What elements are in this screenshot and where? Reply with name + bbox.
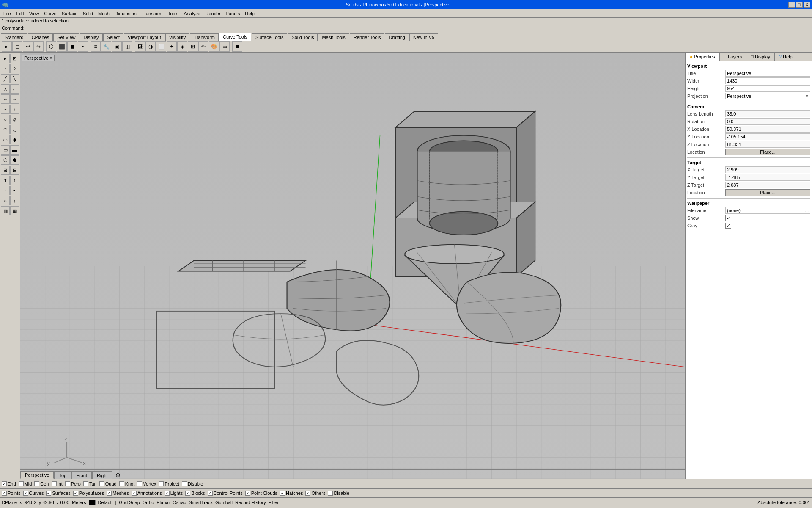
lt-dim-sub[interactable]: ↕ [10, 196, 19, 205]
tb-icon-4[interactable]: ↪ [33, 41, 44, 52]
tb-icon-17[interactable]: ◈ [177, 41, 187, 52]
tab-new-in-v5[interactable]: New in V5 [409, 33, 438, 41]
status-record-history[interactable]: Record History [235, 500, 266, 505]
tb-icon-3[interactable]: ↩ [23, 41, 33, 52]
tab-curve-tools[interactable]: Curve Tools [219, 33, 251, 41]
menu-edit[interactable]: Edit [14, 10, 27, 17]
snap-points[interactable]: Points [2, 491, 21, 496]
status-smarttrack[interactable]: SmartTrack [189, 500, 213, 505]
osnap-knot-check[interactable] [119, 481, 124, 486]
lt-rectangle[interactable]: ▭ [1, 145, 10, 155]
osnap-project[interactable]: Project [159, 481, 179, 486]
tb-icon-13[interactable]: 🖼 [135, 41, 145, 52]
tab-surface-tools[interactable]: Surface Tools [252, 33, 287, 41]
lt-surface[interactable]: ⊞ [1, 166, 10, 175]
menu-render[interactable]: Render [203, 10, 223, 17]
menu-tools[interactable]: Tools [165, 10, 181, 17]
menu-file[interactable]: File [1, 10, 14, 17]
osnap-mid[interactable]: Mid [19, 481, 32, 486]
snap-surfaces-check[interactable] [46, 491, 51, 496]
tab-standard[interactable]: Standard [1, 33, 27, 41]
snap-others[interactable]: Others [305, 491, 325, 496]
status-filter[interactable]: Filter [269, 500, 279, 505]
osnap-int[interactable]: Int [52, 481, 63, 486]
command-input[interactable] [25, 25, 152, 31]
prop-show-checkbox[interactable]: ✓ [725, 215, 731, 221]
osnap-mid-check[interactable] [19, 481, 24, 486]
tb-icon-20[interactable]: 🎨 [209, 41, 219, 52]
tab-display[interactable]: Display [80, 33, 102, 41]
snap-blocks[interactable]: Blocks [185, 491, 205, 496]
panel-tab-properties[interactable]: ● Properties [686, 53, 720, 61]
osnap-project-check[interactable] [159, 481, 164, 486]
osnap-knot[interactable]: Knot [119, 481, 135, 486]
prop-value-xtgt[interactable]: 2.909 [725, 166, 810, 173]
close-button[interactable]: ✕ [804, 2, 810, 8]
osnap-perp-check[interactable] [65, 481, 70, 486]
snap-ann-check[interactable] [132, 491, 137, 496]
prop-btn-place-tgt[interactable]: Place... [725, 189, 810, 196]
lt-freeform-sub[interactable]: ≀ [10, 105, 19, 114]
osnap-end-check[interactable] [2, 481, 7, 486]
menu-view[interactable]: View [27, 10, 42, 17]
menu-curve[interactable]: Curve [41, 10, 59, 17]
lt-multipoint[interactable]: ⁘ [10, 64, 19, 73]
status-planar[interactable]: Planar [156, 500, 170, 505]
prop-value-yloc[interactable]: -105.154 [725, 133, 810, 140]
prop-value-lens[interactable]: 35.0 [725, 110, 810, 117]
lt-polyline[interactable]: ∧ [1, 84, 10, 94]
lt-curve[interactable]: ⌢ [1, 94, 10, 104]
lt-dim[interactable]: ↔ [1, 196, 10, 205]
vp-tab-perspective[interactable]: Perspective [20, 471, 54, 479]
tab-cplanes[interactable]: CPlanes [28, 33, 53, 41]
osnap-perp[interactable]: Perp [65, 481, 81, 486]
maximize-button[interactable]: □ [796, 2, 803, 8]
tb-icon-19[interactable]: ✏ [198, 41, 208, 52]
lt-arc-sub[interactable]: ◡ [10, 125, 19, 134]
osnap-quad-check[interactable] [99, 481, 104, 486]
tb-icon-5[interactable]: ⬡ [46, 41, 56, 52]
canvas-3d[interactable]: x z y [20, 53, 685, 479]
vp-tab-add[interactable]: ⊕ [113, 471, 123, 479]
minimize-button[interactable]: ─ [788, 2, 795, 8]
menu-mesh[interactable]: Mesh [96, 10, 112, 17]
snap-disable[interactable]: Disable [328, 491, 349, 496]
lt-mesh[interactable]: ⋮ [1, 186, 10, 195]
snap-curves[interactable]: Curves [23, 491, 44, 496]
snap-annotations[interactable]: Annotations [132, 491, 162, 496]
osnap-disable-check[interactable] [182, 481, 187, 486]
snap-surfaces[interactable]: Surfaces [46, 491, 70, 496]
snap-lights[interactable]: Lights [165, 491, 183, 496]
tab-visibility[interactable]: Visibility [165, 33, 190, 41]
viewport-dropdown-icon[interactable]: ▼ [49, 56, 52, 60]
osnap-end[interactable]: End [2, 481, 16, 486]
tb-icon-22[interactable]: ⏹ [232, 41, 242, 52]
snap-hatches[interactable]: Hatches [280, 491, 303, 496]
snap-meshes[interactable]: Meshes [107, 491, 129, 496]
menu-surface[interactable]: Surface [59, 10, 80, 17]
lt-hatch[interactable]: ▥ [1, 206, 10, 215]
tab-viewport-layout[interactable]: Viewport Layout [124, 33, 165, 41]
filename-browse-icon[interactable]: ... [805, 208, 809, 213]
status-ortho[interactable]: Ortho [143, 500, 154, 505]
tb-icon-7[interactable]: ◼ [67, 41, 77, 52]
vp-tab-front[interactable]: Front [71, 471, 92, 479]
snap-disable-check[interactable] [328, 491, 333, 496]
tb-icon-11[interactable]: ▣ [112, 41, 122, 52]
osnap-disable[interactable]: Disable [182, 481, 203, 486]
osnap-cen-check[interactable] [34, 481, 39, 486]
lt-curve-sub[interactable]: ⌣ [10, 94, 19, 104]
prop-value-ytgt[interactable]: -1.485 [725, 174, 810, 181]
snap-meshes-check[interactable] [107, 491, 112, 496]
vp-tab-right[interactable]: Right [92, 471, 112, 479]
tab-render-tools[interactable]: Render Tools [350, 33, 385, 41]
menu-analyze[interactable]: Analyze [181, 10, 203, 17]
snap-poly-check[interactable] [73, 491, 78, 496]
prop-value-rotation[interactable]: 0.0 [725, 118, 810, 125]
panel-tab-help[interactable]: ? Help [775, 53, 797, 61]
prop-gray-checkbox[interactable]: ✓ [725, 223, 731, 229]
tab-solid-tools[interactable]: Solid Tools [288, 33, 318, 41]
snap-blocks-check[interactable] [185, 491, 190, 496]
status-osnap[interactable]: Osnap [173, 500, 186, 505]
panel-tab-layers[interactable]: ≡ Layers [720, 53, 746, 61]
